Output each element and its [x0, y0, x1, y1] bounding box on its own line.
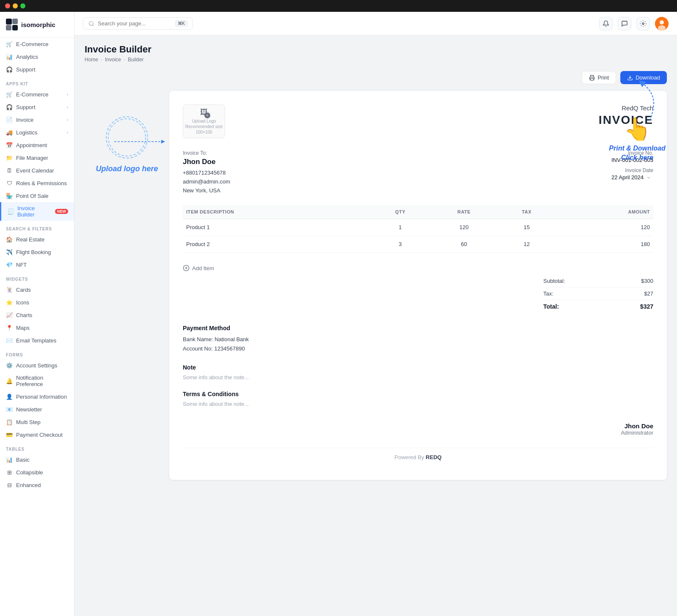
sidebar-item-account-settings[interactable]: ⚙️ Account Settings [0, 359, 74, 372]
breadcrumb-sep-2: › [124, 57, 125, 63]
page-title: Invoice Builder [85, 44, 667, 55]
sidebar-item-support[interactable]: 🎧 Support [0, 63, 74, 76]
avatar[interactable] [655, 17, 669, 30]
search-icon [88, 21, 94, 27]
search-input[interactable] [98, 20, 172, 27]
sidebar-item-basic[interactable]: 📊 Basic [0, 453, 74, 466]
notifications-button[interactable] [599, 17, 613, 30]
sidebar-item-enhanced[interactable]: ⊟ Enhanced [0, 479, 74, 491]
sidebar-item-charts[interactable]: 📈 Charts [0, 309, 74, 321]
invoice-date-value[interactable]: 22 April 2024 [611, 174, 653, 181]
annotation-text: Print & DownloadClick here [609, 144, 665, 163]
sidebar-item-email-templates[interactable]: ✉️ Email Templates [0, 334, 74, 347]
sidebar-item-cards[interactable]: 🃏 Cards [0, 283, 74, 296]
sidebar-item-support-kit[interactable]: 🎧 Support › [0, 101, 74, 113]
settings-icon: ⚙️ [6, 362, 13, 369]
settings-button[interactable] [636, 17, 650, 30]
item-tax: 15 [498, 219, 555, 236]
header-icons [599, 17, 669, 30]
sidebar-item-personal-information[interactable]: 👤 Personal Information [0, 390, 74, 403]
total-row: Total: $327 [543, 300, 653, 313]
sidebar-item-roles-permissions[interactable]: 🛡 Roles & Permissions [0, 177, 74, 189]
sidebar-item-nft[interactable]: 💎 NFT [0, 258, 74, 271]
sidebar-item-newsletter[interactable]: 📧 Newsletter [0, 403, 74, 416]
window-chrome [0, 0, 677, 12]
sidebar-item-real-estate[interactable]: 🏠 Real Estate [0, 233, 74, 246]
plus-circle-icon [183, 265, 190, 271]
print-button[interactable]: Print [582, 71, 616, 84]
sidebar-item-invoice[interactable]: 📄 Invoice › [0, 113, 74, 126]
sidebar-item-collapsible[interactable]: ⊞ Collapsible [0, 466, 74, 479]
printer-icon [589, 75, 595, 81]
powered-by: Powered By REDQ [183, 448, 653, 466]
close-button[interactable] [5, 3, 10, 8]
calendar-check-icon: 📅 [6, 142, 13, 148]
sidebar-item-ecommerce[interactable]: 🛒 E-Commerce [0, 38, 74, 50]
breadcrumb-invoice[interactable]: Invoice [105, 57, 121, 63]
breadcrumb-builder[interactable]: Builder [128, 57, 143, 63]
sidebar-logo[interactable]: isomorphic [0, 12, 74, 38]
sidebar-item-logistics[interactable]: 🚚 Logistics › [0, 126, 74, 139]
header: ⌘K [74, 12, 677, 36]
search-kbd: ⌘K [175, 20, 187, 27]
avatar-image [655, 17, 669, 30]
table-header: ITEM DESCRIPTION QTY RATE TAX AMOUNT [183, 205, 653, 219]
account-no: Account No: 1234567890 [183, 344, 653, 353]
sidebar-item-maps[interactable]: 📍 Maps [0, 321, 74, 334]
sidebar-item-notification-preference[interactable]: 🔔 Notification Preference [0, 372, 74, 390]
sidebar-item-point-of-sale[interactable]: 🏪 Point Of Sale [0, 189, 74, 202]
maximize-button[interactable] [20, 3, 25, 8]
item-tax: 12 [498, 236, 555, 253]
bell-icon: 🔔 [6, 378, 13, 384]
upload-badge: + [204, 112, 210, 118]
logo-upload-box[interactable]: 🖼 + Upload Logo Recommended size 100×100 [183, 104, 225, 138]
user-icon: 👤 [6, 393, 13, 400]
shield-icon: 🛡 [6, 180, 13, 186]
svg-rect-0 [6, 19, 12, 25]
col-amount: AMOUNT [555, 205, 653, 219]
sidebar-item-invoice-builder[interactable]: 🧾 Invoice Builder NEW [0, 202, 74, 221]
annotation-area: 👆 Print & DownloadClick here [599, 91, 675, 163]
folder-icon: 📁 [6, 154, 13, 161]
note-placeholder[interactable]: Some info about the note... [183, 374, 653, 381]
search-filters-label: SEARCH & FILTERS [0, 221, 74, 233]
svg-point-4 [89, 21, 93, 25]
table-collapse-icon: ⊞ [6, 469, 13, 476]
sidebar-item-event-calendar[interactable]: 🗓 Event Calendar [0, 164, 74, 177]
file-invoice-icon: 🧾 [7, 208, 14, 215]
home-icon: 🏠 [6, 236, 13, 243]
sidebar-item-appointment[interactable]: 📅 Appointment [0, 139, 74, 151]
new-badge: NEW [55, 209, 68, 214]
col-qty: QTY [371, 205, 429, 219]
add-item-button[interactable]: Add Item [183, 261, 653, 275]
minimize-button[interactable] [13, 3, 18, 8]
sidebar-item-multi-step[interactable]: 📋 Multi Step [0, 416, 74, 428]
chevron-right-icon-2: › [67, 105, 68, 110]
search-box[interactable]: ⌘K [83, 17, 193, 30]
sidebar-item-analytics[interactable]: 📊 Analytics [0, 50, 74, 63]
note-section: Note Some info about the note... [183, 364, 653, 381]
messages-button[interactable] [618, 17, 631, 30]
apps-kit-label: APPS KIT [0, 76, 74, 88]
map-pin-icon: 📍 [6, 324, 13, 331]
cart-icon: 🛒 [6, 41, 13, 47]
invoice-to: Invoice To: Jhon Doe +8801712345678 admi… [183, 150, 230, 195]
terms-placeholder[interactable]: Some info about the note... [183, 401, 653, 407]
sidebar-item-file-manager[interactable]: 📁 File Manager [0, 151, 74, 164]
svg-point-5 [642, 23, 644, 25]
breadcrumb-home[interactable]: Home [85, 57, 98, 63]
item-description: Product 1 [183, 219, 371, 236]
sidebar-item-flight-booking[interactable]: ✈️ Flight Booking [0, 246, 74, 258]
sidebar-item-ecommerce-kit[interactable]: 🛒 E-Commerce › [0, 88, 74, 101]
item-amount: 120 [555, 219, 653, 236]
sidebar-item-icons[interactable]: ⭐ Icons [0, 296, 74, 309]
client-details: +8801712345678 admin@admin.com New York,… [183, 169, 230, 195]
invoice-footer: Jhon Doe Administrator [183, 422, 653, 436]
invoice-meta: Invoice To: Jhon Doe +8801712345678 admi… [183, 150, 653, 195]
payment-section: Payment Method Bank Name: National Bank … [183, 325, 653, 353]
annotation-arrow [616, 74, 667, 125]
svg-rect-1 [12, 19, 18, 24]
item-amount: 180 [555, 236, 653, 253]
svg-point-7 [660, 20, 664, 25]
sidebar-item-payment-checkout[interactable]: 💳 Payment Checkout [0, 428, 74, 441]
